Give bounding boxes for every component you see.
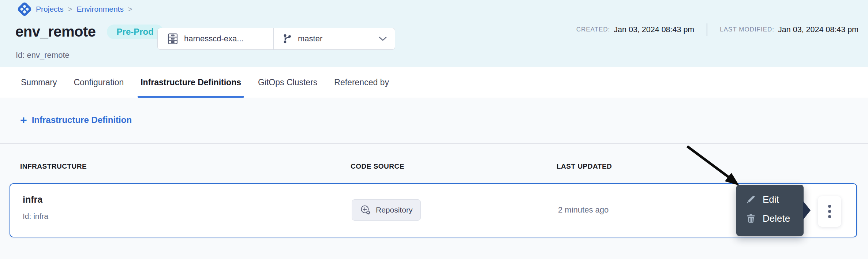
tab-referenced-by[interactable]: Referenced by xyxy=(334,67,389,98)
breadcrumb-projects[interactable]: Projects xyxy=(36,5,64,14)
pencil-icon xyxy=(745,194,756,205)
context-menu-delete-label: Delete xyxy=(763,213,790,224)
context-menu-caret xyxy=(803,201,811,219)
trash-icon xyxy=(745,213,756,224)
environment-details-page: Projects > Environments > env_remote Pre… xyxy=(0,0,868,259)
add-infrastructure-definition-button[interactable]: + Infrastructure Definition xyxy=(20,114,132,126)
entity-id: Id: env_remote xyxy=(16,50,70,60)
meta-divider xyxy=(707,23,707,36)
created-value: Jan 03, 2024 08:43 pm xyxy=(614,25,694,34)
created-label: CREATED: xyxy=(576,26,610,33)
dot xyxy=(828,205,831,208)
add-button-label: Infrastructure Definition xyxy=(32,115,132,125)
context-menu-edit[interactable]: Edit xyxy=(736,190,804,209)
tab-configuration[interactable]: Configuration xyxy=(74,67,124,98)
last-updated-value: 2 minutes ago xyxy=(558,205,609,215)
chevron-down-icon xyxy=(379,36,387,41)
repo-name: harnesscd-exa... xyxy=(184,34,244,44)
infrastructure-id: Id: infra xyxy=(23,212,48,221)
plus-icon: + xyxy=(20,114,27,126)
section-divider xyxy=(0,143,868,144)
row-context-menu: Edit Delete xyxy=(736,185,804,236)
tab-gitops-clusters[interactable]: GitOps Clusters xyxy=(258,67,317,98)
title-row: env_remote Pre-Prod xyxy=(15,23,164,40)
tab-summary[interactable]: Summary xyxy=(21,67,57,98)
tab-infrastructure-definitions[interactable]: Infrastructure Definitions xyxy=(141,67,241,98)
context-menu-delete[interactable]: Delete xyxy=(736,209,804,228)
column-infrastructure: INFRASTRUCTURE xyxy=(20,162,87,170)
code-source-badge: Repository xyxy=(352,199,421,221)
repo-section[interactable]: harnesscd-exa... xyxy=(158,28,273,49)
page-header: Projects > Environments > env_remote Pre… xyxy=(0,0,868,67)
modified-value: Jan 03, 2024 08:43 pm xyxy=(778,25,858,34)
infrastructure-name: infra xyxy=(23,194,42,205)
breadcrumb-separator: > xyxy=(68,5,72,14)
dot xyxy=(828,215,831,218)
remote-repo-icon xyxy=(360,204,371,215)
modified-label: LAST MODIFIED: xyxy=(720,26,774,33)
repository-drawer-icon xyxy=(167,33,179,45)
tab-bar: Summary Configuration Infrastructure Def… xyxy=(0,67,868,98)
table-header: INFRASTRUCTURE CODE SOURCE LAST UPDATED xyxy=(0,162,868,171)
row-options-button[interactable] xyxy=(818,196,841,227)
repo-branch-selector[interactable]: harnesscd-exa... master xyxy=(157,28,395,50)
column-code-source: CODE SOURCE xyxy=(351,162,404,170)
code-source-label: Repository xyxy=(376,206,412,214)
breadcrumb-separator: > xyxy=(128,5,132,14)
breadcrumb-environments[interactable]: Environments xyxy=(77,5,124,14)
breadcrumb: Projects > Environments > xyxy=(18,2,132,16)
context-menu-edit-label: Edit xyxy=(763,194,779,205)
git-branch-icon xyxy=(282,33,293,44)
dot xyxy=(828,210,831,213)
page-title: env_remote xyxy=(15,23,96,40)
table-row[interactable]: infra Id: infra xyxy=(10,183,857,237)
branch-name: master xyxy=(298,34,322,44)
meta-row: CREATED: Jan 03, 2024 08:43 pm LAST MODI… xyxy=(576,22,858,37)
branch-section[interactable]: master xyxy=(274,28,395,49)
env-type-badge: Pre-Prod xyxy=(107,25,164,39)
project-icon xyxy=(18,2,31,16)
column-last-updated: LAST UPDATED xyxy=(557,162,612,170)
